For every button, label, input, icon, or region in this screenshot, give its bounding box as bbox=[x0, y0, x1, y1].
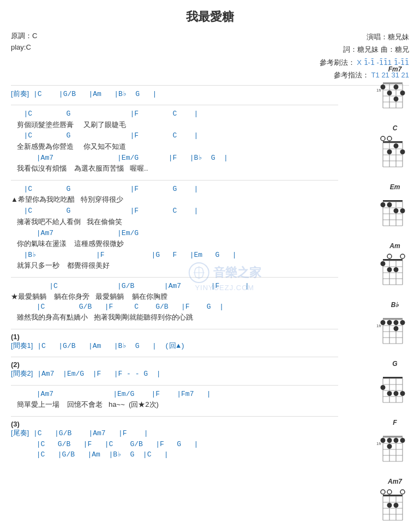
svg-point-56 bbox=[400, 254, 405, 259]
svg-rect-76 bbox=[383, 377, 403, 378]
svg-point-15 bbox=[394, 97, 399, 101]
svg-point-73 bbox=[394, 320, 399, 325]
svg-text:1fr: 1fr bbox=[376, 88, 382, 93]
outro-line1: [尾奏] |C |G/B |Am7 |F | bbox=[11, 428, 338, 439]
section-num1: (1) [間奏1] |C |G/B |Am |B♭ G | (回▲) bbox=[11, 333, 338, 352]
svg-point-13 bbox=[387, 91, 392, 95]
chord-ch-2: |C G/B |F C G/B |F G | bbox=[11, 302, 338, 312]
svg-point-58 bbox=[387, 267, 392, 272]
prelude-label: [前奏] bbox=[11, 89, 29, 98]
svg-point-104 bbox=[400, 438, 405, 443]
chord-name: Am7 bbox=[388, 478, 402, 485]
section-prelude: [前奏] |C |G/B |Am |B♭ G | bbox=[11, 89, 338, 100]
lyrics-v2-3: 你的氣味在盪漾 這種感覺很微妙 bbox=[11, 238, 338, 250]
svg-point-29 bbox=[387, 149, 392, 154]
svg-point-88 bbox=[394, 391, 399, 396]
svg-rect-106 bbox=[383, 495, 403, 496]
svg-point-120 bbox=[394, 503, 399, 508]
chord-diagram-am7: Am7 bbox=[375, 478, 415, 523]
main-content: [前奏] |C |G/B |Am |B♭ G | |C G |F C | 剪個頭… bbox=[11, 89, 338, 460]
section-verse3: |Am7 |Em/G |F |Fm7 | 簡單愛上一場 回憶不會老 ha~~ (… bbox=[11, 389, 338, 411]
lyrics-v2-4: 就算只多一秒 都覺得很美好 bbox=[11, 260, 338, 272]
lyrics-v3-1: 簡單愛上一場 回憶不會老 ha~~ (回★2次) bbox=[11, 399, 338, 411]
interlude2-label: [間奏2] bbox=[11, 369, 33, 377]
lyricist: 詞：糖兄妹 曲：糖兄 bbox=[320, 43, 409, 56]
svg-point-101 bbox=[381, 438, 386, 443]
svg-rect-31 bbox=[383, 200, 403, 202]
chord-name: C bbox=[393, 124, 398, 132]
svg-point-71 bbox=[381, 320, 386, 325]
original-key: 原調：C bbox=[11, 31, 37, 42]
lyrics-ch-2: 雖然我的身高有點嬌小 抱著我剛剛就能聽得到你的心跳 bbox=[11, 312, 338, 323]
divider-top bbox=[11, 85, 409, 86]
section-num3: (3) [尾奏] |C |G/B |Am7 |F | |C G/B |F |C … bbox=[11, 420, 338, 460]
svg-point-103 bbox=[394, 438, 399, 443]
svg-point-86 bbox=[381, 385, 386, 390]
prelude-chords: |C |G/B |Am |B♭ G | bbox=[29, 90, 157, 98]
chord-v1-2: |C G |F C | bbox=[11, 130, 338, 141]
interlude1-label: [間奏1] bbox=[11, 341, 33, 350]
divider-1 bbox=[11, 105, 338, 105]
svg-point-117 bbox=[387, 490, 392, 494]
divider-7 bbox=[11, 416, 338, 417]
svg-point-119 bbox=[387, 503, 392, 508]
section-verse1: |C G |F C | 剪個頭髮塗些唇膏 又刷了眼睫毛 |C G |F C | … bbox=[11, 109, 338, 175]
num-label-3: (3) bbox=[11, 420, 338, 428]
svg-rect-45 bbox=[383, 259, 403, 261]
chord-v1-1: |C G |F C | bbox=[11, 109, 338, 119]
svg-point-116 bbox=[381, 490, 385, 494]
svg-point-59 bbox=[394, 267, 399, 272]
num-label-2: (2) bbox=[11, 360, 338, 369]
meta-row: 原調：C play:C 演唱：糖兄妹 詞：糖兄妹 曲：糖兄 參考刷法： X 1̄… bbox=[11, 31, 409, 82]
chord-diagram-em: Em bbox=[375, 183, 415, 231]
interlude1-line: [間奏1] |C |G/B |Am |B♭ G | (回▲) bbox=[11, 341, 338, 352]
svg-rect-1 bbox=[383, 82, 403, 84]
chord-v2-4: |B♭ |F |G F |Em G | bbox=[11, 250, 338, 261]
svg-rect-61 bbox=[383, 318, 403, 320]
chord-diagram-fm7: Fm71fr bbox=[375, 65, 415, 113]
strum-label: 參考刷法： bbox=[320, 58, 355, 67]
divider-6 bbox=[11, 385, 338, 386]
svg-point-72 bbox=[387, 320, 392, 325]
divider-3 bbox=[11, 277, 338, 278]
chord-diagram-am: Am bbox=[375, 242, 415, 290]
section-verse2: |C G |F G | ▲希望你為我吃吃醋 特別穿得很少 |C G |F C |… bbox=[11, 184, 338, 272]
divider-5 bbox=[11, 357, 338, 357]
svg-point-102 bbox=[387, 438, 392, 443]
lyrics-ch-1: ★最愛躺躺 躺在你身旁 最愛躺躺 躺在你胸膛 bbox=[11, 292, 338, 302]
svg-text:1fr: 1fr bbox=[376, 441, 382, 446]
outro-chords3: |C |G/B |Am |B♭ G |C | bbox=[11, 449, 338, 460]
svg-point-27 bbox=[387, 136, 392, 141]
chord-v1-3: |Am7 |Em/G |F |B♭ G | bbox=[11, 153, 338, 164]
chord-v3-1: |Am7 |Em/G |F |Fm7 | bbox=[11, 389, 338, 400]
svg-rect-91 bbox=[383, 436, 403, 437]
chord-name: Fm7 bbox=[388, 65, 402, 73]
svg-point-44 bbox=[400, 208, 405, 213]
svg-point-26 bbox=[381, 136, 385, 141]
svg-point-55 bbox=[387, 254, 392, 259]
svg-point-118 bbox=[400, 490, 405, 494]
svg-point-28 bbox=[394, 143, 399, 148]
svg-point-89 bbox=[400, 391, 405, 396]
section-num2: (2) [間奏2] |Am7 |Em/G |F |F - - G | bbox=[11, 360, 338, 380]
chord-name: B♭ bbox=[391, 301, 399, 309]
divider-2 bbox=[11, 180, 338, 181]
interlude1-chords: |C |G/B |Am |B♭ G | (回▲) bbox=[33, 342, 184, 350]
svg-rect-16 bbox=[383, 141, 403, 143]
outro-chords2: |C G/B |F |C G/B |F G | bbox=[11, 439, 338, 450]
lyrics-v2-1: ▲希望你為我吃吃醋 特別穿得很少 bbox=[11, 194, 338, 206]
chord-diagrams: Fm71frCEmAmB♭1frGF1frAm7 bbox=[375, 65, 415, 523]
svg-point-87 bbox=[387, 391, 392, 396]
svg-point-12 bbox=[394, 85, 399, 89]
outro-chords1: |C |G/B |Am7 |F | bbox=[29, 429, 148, 437]
chord-diagram-g: G bbox=[375, 360, 415, 408]
svg-point-42 bbox=[387, 202, 392, 207]
chord-v2-3: |Am7 |Em/G bbox=[11, 228, 338, 239]
chord-v2-1: |C G |F G | bbox=[11, 184, 338, 195]
num-label-1: (1) bbox=[11, 333, 338, 341]
svg-point-11 bbox=[381, 85, 386, 89]
chord-v2-2: |C G |F C | bbox=[11, 206, 338, 217]
outro-label: [尾奏] bbox=[11, 429, 29, 437]
interlude2-line: [間奏2] |Am7 |Em/G |F |F - - G | bbox=[11, 369, 338, 380]
lyrics-v1-1: 剪個頭髮塗些唇膏 又刷了眼睫毛 bbox=[11, 119, 338, 131]
